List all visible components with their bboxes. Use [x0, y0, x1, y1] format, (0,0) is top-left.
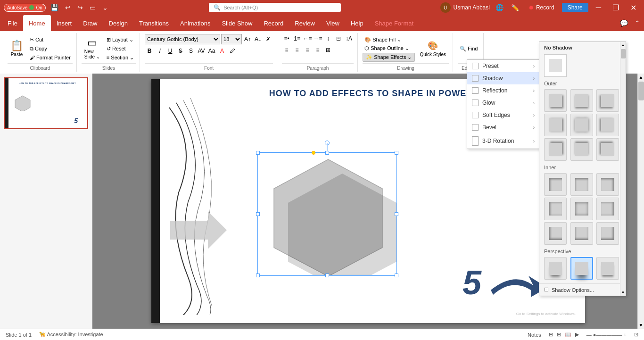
undo-icon[interactable]: ↩ [63, 3, 73, 12]
menu-item-shadow[interactable]: Shadow › [467, 72, 539, 84]
quick-styles-button[interactable]: 🎨 Quick Styles [417, 39, 449, 59]
slideshow-icon[interactable]: ▶ [575, 332, 579, 338]
tab-design[interactable]: Design [103, 15, 133, 31]
clear-format-button[interactable]: ✗ [264, 34, 273, 44]
bold-button[interactable]: B [145, 46, 154, 56]
highlight-button[interactable]: 🖊 [228, 46, 237, 56]
shadow-scroll-down[interactable]: ▼ [621, 290, 625, 295]
shadow-scroll-up[interactable]: ▲ [621, 43, 625, 47]
search-bar[interactable]: 🔍 Search (Alt+Q) [209, 3, 341, 12]
tab-insert[interactable]: Insert [51, 15, 78, 31]
decrease-font-button[interactable]: A↓ [253, 34, 263, 44]
shadow-outer-7[interactable] [544, 138, 567, 161]
accessibility-status[interactable]: 🦮 Accessibility: Investigate [39, 332, 103, 338]
shadow-outer-9[interactable] [596, 138, 619, 161]
new-slide-button[interactable]: ▭ NewSlide ⌄ [82, 36, 103, 61]
notes-button[interactable]: Notes [528, 332, 541, 338]
indent-inc-button[interactable]: →≡ [313, 34, 322, 43]
network-icon[interactable]: 🌐 [494, 3, 505, 12]
shadow-inner-8[interactable] [570, 222, 593, 245]
shadow-outer-2[interactable] [570, 89, 593, 112]
reset-button[interactable]: ↺ Reset [105, 45, 136, 53]
shadow-outer-5[interactable] [570, 114, 593, 136]
handle-adjust[interactable] [312, 151, 315, 155]
tab-slideshow[interactable]: Slide Show [216, 15, 258, 31]
tab-transitions[interactable]: Transitions [133, 15, 174, 31]
shadow-inner-6[interactable] [596, 198, 619, 220]
increase-font-button[interactable]: A↑ [243, 34, 252, 44]
handle-tr[interactable] [395, 151, 398, 155]
tab-home[interactable]: Home [23, 15, 51, 31]
ribbon-collapse-icon[interactable]: ⌃ [633, 18, 642, 28]
cut-button[interactable]: ✂ Cut [28, 36, 73, 44]
shadow-perspective-1[interactable] [544, 257, 567, 280]
menu-item-3d-rotation[interactable]: 3-D Rotation › [467, 133, 539, 149]
slide-sorter-icon[interactable]: ⊞ [557, 332, 561, 338]
text-direction-button[interactable]: ↕A [344, 34, 354, 43]
shape-effects-button[interactable]: ✨ Shape Effects ⌄ [363, 53, 415, 62]
comments-icon[interactable]: 💬 [618, 18, 630, 28]
shadow-inner-5[interactable] [570, 198, 593, 220]
tab-view[interactable]: View [321, 15, 345, 31]
shadow-inner-9[interactable] [596, 222, 619, 245]
layout-button[interactable]: ⊞ Layout ⌄ [105, 36, 136, 44]
number-list-button[interactable]: 1≡ [292, 34, 302, 43]
menu-item-preset[interactable]: Preset › [467, 60, 539, 72]
menu-item-glow[interactable]: Glow › [467, 97, 539, 109]
align-right-button[interactable]: ≡ [303, 45, 312, 55]
section-button[interactable]: ≡ Section ⌄ [105, 54, 136, 62]
font-size-select[interactable]: 18 [221, 34, 242, 44]
paste-button[interactable]: 📋 Paste [8, 39, 26, 59]
shadow-outer-4[interactable] [544, 114, 567, 136]
reading-view-icon[interactable]: 📖 [565, 332, 571, 338]
smartart-button[interactable]: ⊞ [323, 45, 333, 55]
font-name-select[interactable]: Century Gothic (Body) [145, 34, 220, 44]
shape-fill-button[interactable]: 🎨 Shape Fill ⌄ [363, 36, 415, 44]
copy-button[interactable]: ⧉ Copy [28, 45, 73, 53]
zoom-level[interactable]: — ●————— + [586, 332, 627, 338]
shadow-perspective-3[interactable] [596, 257, 619, 280]
shadow-inner-1[interactable] [544, 173, 567, 196]
char-spacing-button[interactable]: AV [197, 46, 206, 56]
shadow-perspective-2[interactable] [570, 257, 593, 280]
line-spacing-button[interactable]: ↕ [323, 34, 333, 43]
menu-item-soft-edges[interactable]: Soft Edges › [467, 109, 539, 121]
shadow-outer-1[interactable] [544, 89, 567, 112]
shadow-scroll-thumb[interactable] [621, 49, 626, 58]
tab-draw[interactable]: Draw [77, 15, 103, 31]
italic-button[interactable]: I [155, 46, 165, 56]
shadow-inner-3[interactable] [596, 173, 619, 196]
shadow-options-footer[interactable]: ☐ Shadow Options... [539, 283, 626, 296]
shadow-text-button[interactable]: S [186, 46, 196, 56]
present-icon[interactable]: ▭ [88, 3, 98, 12]
slide-thumbnail[interactable]: HOW TO ADD EFFECTS TO SHAPE IN POWERPOIN… [4, 77, 88, 129]
bullet-list-button[interactable]: ≡• [282, 34, 291, 43]
scroll-thumb[interactable] [638, 82, 644, 100]
vertical-scrollbar[interactable]: ▲ ▼ [637, 74, 644, 329]
font-color-button[interactable]: A [217, 46, 227, 56]
justify-button[interactable]: ≡ [313, 45, 322, 55]
change-case-button[interactable]: Aa [207, 46, 216, 56]
restore-button[interactable]: ❐ [609, 3, 623, 12]
normal-view-icon[interactable]: ⊟ [549, 332, 553, 338]
menu-item-reflection[interactable]: Reflection › [467, 84, 539, 97]
autosave-toggle[interactable]: AutoSave On [4, 4, 46, 12]
indent-dec-button[interactable]: ←≡ [303, 34, 312, 43]
columns-button[interactable]: ⊟ [334, 34, 343, 43]
format-painter-button[interactable]: 🖌 Format Painter [28, 54, 73, 61]
redo-icon[interactable]: ↪ [75, 3, 85, 12]
shadow-outer-6[interactable] [596, 114, 619, 136]
shadow-outer-8[interactable] [570, 138, 593, 161]
fit-button[interactable]: ⊡ [634, 332, 638, 338]
pen-icon[interactable]: ✏️ [509, 3, 521, 12]
shape-outline-button[interactable]: ⬡ Shape Outline ⌄ [363, 44, 415, 52]
tab-file[interactable]: File [2, 15, 23, 31]
save-icon[interactable]: 💾 [49, 3, 60, 12]
handle-tl[interactable] [256, 151, 260, 155]
find-button[interactable]: 🔍 Find [458, 45, 479, 53]
minimize-button[interactable]: ─ [592, 3, 605, 12]
close-button[interactable]: ✕ [627, 3, 640, 12]
strikethrough-button[interactable]: S̶ [176, 46, 185, 56]
tab-shape-format[interactable]: Shape Format [369, 15, 419, 31]
shadow-inner-2[interactable] [570, 173, 593, 196]
